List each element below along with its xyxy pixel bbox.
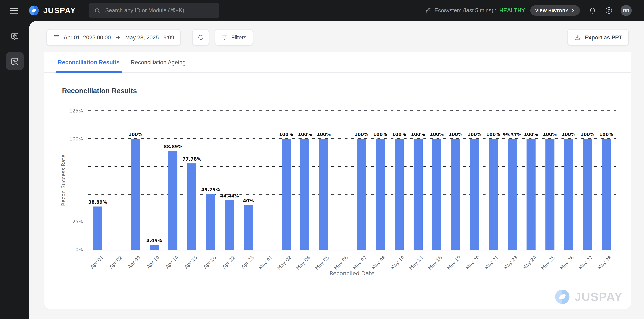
bar-value-label: 100% [380, 132, 418, 137]
chevron-right-icon [571, 8, 575, 12]
bar-value-label: 38.89% [79, 200, 116, 205]
juspay-watermark-logo-icon [554, 289, 570, 305]
search-icon [94, 7, 100, 14]
toolbar: Apr 01, 2025 00:00 May 28, 2025 19:09 Fi… [29, 21, 644, 52]
notifications-bell-icon[interactable] [588, 6, 596, 14]
download-icon [574, 34, 581, 41]
refresh-icon [198, 34, 204, 40]
x-tick-label: May 11 [408, 255, 424, 271]
bar-value-label: 100% [456, 132, 493, 137]
sidebar-item-analytics[interactable] [6, 52, 24, 70]
juspay-logo-icon [28, 5, 40, 16]
calendar-icon [53, 34, 60, 41]
bar-value-label: 49.75% [192, 187, 229, 193]
bar[interactable] [583, 139, 592, 250]
gridline [88, 166, 616, 167]
x-tick-label: May 28 [596, 255, 613, 271]
y-tick-label: 100% [44, 136, 83, 141]
gridline [88, 222, 616, 222]
watermark-text: JUSPAY [574, 290, 623, 304]
top-header: JUSPAY Ecosystem (last 5 mins) : HEALTHY… [0, 0, 644, 21]
bar[interactable] [319, 139, 328, 250]
help-icon[interactable]: ? [605, 6, 613, 14]
x-tick-label: May 04 [295, 255, 312, 271]
filters-button[interactable]: Filters [215, 29, 253, 46]
x-tick-label: May 07 [352, 255, 368, 271]
bar[interactable] [206, 194, 215, 250]
bar-value-label: 100% [531, 132, 568, 137]
date-from: Apr 01, 2025 00:00 [64, 34, 111, 40]
bar-value-label: 77.78% [174, 156, 210, 162]
bar[interactable] [282, 139, 291, 250]
x-tick-label: May 10 [389, 255, 406, 271]
bar-value-label: 100% [569, 132, 606, 137]
bar-value-label: 100% [305, 132, 342, 137]
filter-funnel-icon [221, 34, 228, 40]
bar-value-label: 40% [230, 198, 267, 204]
date-range-picker[interactable]: Apr 01, 2025 00:00 May 28, 2025 19:09 [46, 29, 181, 46]
export-label: Export as PPT [585, 34, 622, 40]
date-to: May 28, 2025 19:09 [125, 34, 174, 40]
bar[interactable] [432, 139, 441, 250]
tab-bar: Reconciliation Results Reconciliation Ag… [44, 52, 631, 73]
bar[interactable] [357, 139, 366, 250]
bar[interactable] [244, 205, 253, 250]
gridline [88, 138, 616, 139]
bar[interactable] [470, 139, 479, 250]
brand: JUSPAY [28, 5, 76, 16]
x-tick-label: May 08 [370, 255, 387, 271]
x-tick-label: Apr 22 [221, 255, 236, 270]
bar-value-label: 100% [418, 132, 455, 137]
view-history-button[interactable]: VIEW HISTORY [530, 5, 580, 15]
bar[interactable] [489, 139, 498, 250]
x-tick-label: May 25 [540, 255, 556, 271]
y-tick-label: 125% [44, 108, 83, 114]
bar-value-label: 100% [550, 132, 587, 137]
bar-value-label: 44.44% [211, 193, 248, 199]
export-ppt-button[interactable]: Export as PPT [567, 29, 629, 46]
bar-value-label: 4.05% [136, 238, 172, 244]
x-tick-label: Apr 14 [164, 255, 180, 270]
bar[interactable] [602, 139, 611, 250]
bar[interactable] [150, 245, 159, 250]
bar[interactable] [545, 139, 554, 250]
y-tick-label: 25% [44, 219, 83, 225]
filters-label: Filters [231, 34, 246, 40]
bar[interactable] [414, 139, 422, 250]
bar[interactable] [376, 139, 385, 250]
tab-reconciliation-ageing[interactable]: Reconciliation Ageing [128, 52, 188, 72]
brand-name: JUSPAY [43, 6, 76, 15]
bar[interactable] [300, 139, 310, 250]
search-input[interactable] [104, 7, 214, 14]
bar[interactable] [526, 139, 536, 250]
bar[interactable] [187, 163, 196, 250]
x-tick-label: Apr 02 [108, 255, 123, 270]
bar[interactable] [394, 139, 404, 250]
bar[interactable] [225, 200, 234, 250]
tab-reconciliation-results[interactable]: Reconciliation Results [56, 52, 122, 72]
cube-pin-icon [10, 32, 19, 41]
bar[interactable] [451, 139, 460, 250]
bar-value-label: 100% [400, 132, 436, 137]
bar[interactable] [93, 206, 102, 250]
refresh-button[interactable] [192, 29, 209, 46]
bar[interactable] [508, 139, 516, 250]
bar-value-label: 100% [362, 132, 399, 137]
y-axis-title: Recon Success Rate [60, 155, 66, 206]
global-search[interactable] [89, 3, 219, 18]
gridline [88, 110, 616, 111]
user-avatar[interactable]: RR [620, 5, 632, 16]
bar[interactable] [131, 139, 140, 250]
x-tick-label: May 21 [484, 255, 500, 271]
x-tick-label: Apr 10 [146, 255, 161, 270]
hamburger-menu-icon[interactable] [10, 7, 18, 13]
bar[interactable] [564, 139, 573, 250]
ecosystem-status-badge: HEALTHY [499, 7, 525, 13]
section-title: Reconciliation Results [62, 87, 631, 95]
bar-value-label: 100% [286, 132, 323, 137]
sidebar-item-modules[interactable] [6, 27, 24, 46]
ecosystem-label: Ecosystem (last 5 mins) : [434, 7, 496, 13]
bar-value-label: 100% [588, 132, 625, 137]
bar[interactable] [168, 151, 178, 250]
x-tick-label: May 23 [502, 255, 518, 271]
